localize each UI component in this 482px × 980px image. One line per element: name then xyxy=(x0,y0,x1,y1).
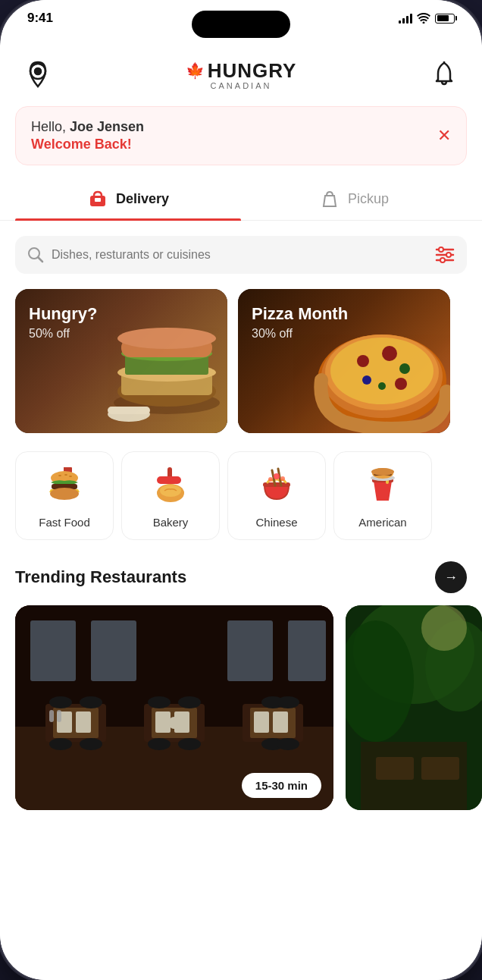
welcome-text: Hello, Joe Jensen Welcome Back! xyxy=(31,119,144,152)
trending-title: Trending Restaurants xyxy=(15,567,186,587)
svg-rect-43 xyxy=(157,476,181,484)
status-icons xyxy=(399,13,455,24)
battery-icon xyxy=(435,14,455,24)
category-label-american: American xyxy=(358,516,406,529)
tab-pickup[interactable]: Pickup xyxy=(241,177,467,220)
svg-rect-23 xyxy=(108,407,150,414)
promo-card-pizza[interactable]: Pizza Month 30% off xyxy=(238,289,450,433)
signal-bar-3 xyxy=(406,16,408,24)
pickup-tab-label: Pickup xyxy=(348,191,389,207)
svg-point-21 xyxy=(117,328,216,349)
burger-icon xyxy=(43,464,86,507)
signal-bars-icon xyxy=(399,13,412,24)
svg-rect-100 xyxy=(421,757,459,780)
logo-text: HUNGRY xyxy=(208,59,297,83)
promo-title-2: Pizza Month xyxy=(252,304,348,324)
phone-screen: 9:41 xyxy=(0,0,482,980)
promo-subtitle-1: 50% off xyxy=(29,327,97,341)
category-card-american[interactable]: American xyxy=(333,451,432,540)
bakery-icon xyxy=(149,464,192,507)
see-all-arrow: → xyxy=(444,570,458,586)
promo-subtitle-2: 30% off xyxy=(252,327,348,341)
tab-delivery[interactable]: Delivery xyxy=(15,177,241,220)
signal-bar-2 xyxy=(402,18,405,24)
svg-rect-5 xyxy=(95,198,101,202)
user-name: Joe Jensen xyxy=(70,119,144,134)
order-type-tabs: Delivery Pickup xyxy=(0,177,482,221)
svg-point-57 xyxy=(371,468,394,476)
search-container xyxy=(0,236,482,274)
svg-point-51 xyxy=(280,476,285,481)
category-card-fast-food[interactable]: Fast Food xyxy=(15,451,114,540)
maple-leaf-icon: 🍁 xyxy=(186,61,205,80)
svg-point-2 xyxy=(34,68,42,75)
category-section: Fast Food xyxy=(0,451,482,540)
search-icon xyxy=(27,247,44,263)
svg-point-28 xyxy=(357,355,369,367)
search-input[interactable] xyxy=(52,248,427,262)
restaurant-section: 15-30 min xyxy=(0,605,482,833)
svg-rect-99 xyxy=(376,757,414,780)
promo-text-2: Pizza Month 30% off xyxy=(252,304,348,341)
time-text-1: 15-30 min xyxy=(255,779,308,792)
delivery-tab-label: Delivery xyxy=(116,191,169,207)
svg-point-33 xyxy=(378,382,386,390)
svg-point-50 xyxy=(274,473,280,479)
app-header: 🍁 HUNGRY CANADIAN xyxy=(0,46,482,103)
promo-title-1: Hungry? xyxy=(29,304,97,324)
category-card-chinese[interactable]: Chinese xyxy=(227,451,326,540)
hello-text: Hello, Joe Jensen xyxy=(31,119,144,135)
filter-icon[interactable] xyxy=(435,247,455,263)
restaurant-interior-2 xyxy=(346,605,482,810)
status-time: 9:41 xyxy=(27,11,53,26)
svg-point-41 xyxy=(50,488,79,500)
svg-point-30 xyxy=(399,363,410,374)
close-banner-button[interactable]: ✕ xyxy=(437,126,451,146)
sandwich-illustration xyxy=(83,312,227,433)
svg-point-27 xyxy=(330,338,433,404)
promo-text-1: Hungry? 50% off xyxy=(29,304,97,341)
trending-header: Trending Restaurants → xyxy=(0,561,482,593)
restaurant-card-2[interactable] xyxy=(346,605,482,810)
svg-point-11 xyxy=(439,247,443,252)
app-logo: 🍁 HUNGRY CANADIAN xyxy=(186,59,297,90)
logo-main: 🍁 HUNGRY xyxy=(186,59,297,83)
promo-section: Hungry? 50% off xyxy=(0,289,482,433)
category-label-bakery: Bakery xyxy=(153,516,189,529)
svg-point-12 xyxy=(446,253,451,257)
svg-point-37 xyxy=(58,475,61,476)
hello-prefix: Hello, xyxy=(31,119,70,134)
svg-point-38 xyxy=(64,474,67,476)
wifi-icon xyxy=(417,13,430,24)
see-all-button[interactable]: → xyxy=(435,561,467,593)
svg-line-7 xyxy=(38,257,42,262)
welcome-message: Welcome Back! xyxy=(31,137,144,152)
battery-fill xyxy=(437,15,449,21)
restaurant-card-1[interactable]: 15-30 min xyxy=(15,605,333,810)
svg-point-49 xyxy=(268,477,273,482)
search-box xyxy=(15,236,467,274)
bell-icon xyxy=(432,61,456,87)
notification-button[interactable] xyxy=(427,58,461,91)
promo-card-hungry[interactable]: Hungry? 50% off xyxy=(15,289,227,433)
delivery-bag-icon xyxy=(87,188,108,209)
phone-frame: 9:41 xyxy=(0,0,482,980)
dynamic-island xyxy=(192,11,290,38)
category-label-fast-food: Fast Food xyxy=(39,516,90,529)
signal-bar-4 xyxy=(410,14,412,24)
pickup-bag-icon xyxy=(319,188,340,209)
logo-subtitle: CANADIAN xyxy=(211,81,272,90)
svg-point-39 xyxy=(69,476,72,477)
chinese-icon xyxy=(255,464,298,507)
app-content: 🍁 HUNGRY CANADIAN Hello xyxy=(0,46,482,980)
welcome-banner: Hello, Joe Jensen Welcome Back! ✕ xyxy=(15,106,467,165)
signal-bar-1 xyxy=(399,20,401,24)
restaurant-bg-2 xyxy=(346,605,482,810)
american-icon xyxy=(362,464,404,507)
delivery-time-badge-1: 15-30 min xyxy=(242,773,321,798)
location-button[interactable] xyxy=(21,58,55,91)
svg-point-97 xyxy=(421,605,467,651)
svg-point-32 xyxy=(395,378,407,390)
location-pin-icon xyxy=(26,61,50,88)
category-card-bakery[interactable]: Bakery xyxy=(121,451,220,540)
